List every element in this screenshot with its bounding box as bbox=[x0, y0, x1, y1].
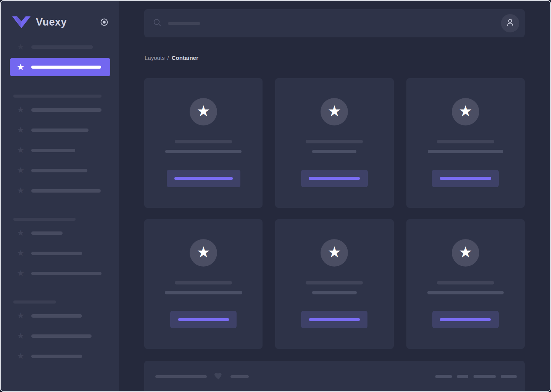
star-icon: ★ bbox=[16, 146, 25, 155]
sidebar-item[interactable]: ★ bbox=[1, 331, 119, 341]
star-avatar: ★ bbox=[190, 239, 217, 267]
card-text-placeholder bbox=[165, 291, 242, 294]
card-action-button[interactable] bbox=[301, 170, 368, 187]
star-icon: ★ bbox=[16, 166, 25, 175]
star-icon: ★ bbox=[197, 103, 210, 119]
card-text-placeholder bbox=[312, 291, 357, 294]
menu-item-label-placeholder bbox=[31, 149, 75, 152]
sidebar-menu: ★★★★★★★★★★★★★ bbox=[1, 42, 119, 361]
menu-item-label-placeholder bbox=[31, 189, 101, 193]
sidebar-item[interactable]: ★ bbox=[1, 269, 119, 278]
button-label-placeholder bbox=[309, 318, 360, 321]
sidebar-item[interactable]: ★ bbox=[1, 105, 119, 114]
card-title-placeholder bbox=[306, 140, 363, 143]
star-icon: ★ bbox=[16, 228, 25, 238]
star-icon: ★ bbox=[328, 103, 342, 119]
sidebar-item[interactable]: ★ bbox=[1, 352, 119, 361]
star-avatar: ★ bbox=[452, 239, 479, 267]
star-icon: ★ bbox=[16, 125, 25, 135]
menu-item-label-placeholder bbox=[31, 314, 82, 318]
footer-text-placeholder bbox=[155, 375, 207, 378]
star-avatar: ★ bbox=[452, 98, 479, 125]
star-icon: ★ bbox=[459, 244, 472, 260]
sidebar-item[interactable]: ★ bbox=[1, 42, 119, 51]
person-icon bbox=[505, 18, 515, 29]
card-title-placeholder bbox=[306, 281, 363, 284]
menu-item-label-placeholder bbox=[31, 45, 93, 49]
star-icon: ★ bbox=[16, 249, 25, 258]
card-action-button[interactable] bbox=[432, 170, 499, 187]
button-label-placeholder bbox=[178, 318, 229, 321]
feature-card: ★ bbox=[144, 219, 263, 349]
feature-card: ★ bbox=[406, 219, 525, 349]
feature-card: ★ bbox=[144, 78, 263, 208]
button-label-placeholder bbox=[440, 318, 491, 321]
feature-card: ★ bbox=[406, 78, 525, 208]
search-placeholder bbox=[168, 22, 200, 25]
footer-link-placeholder bbox=[474, 375, 496, 378]
breadcrumb-parent[interactable]: Layouts bbox=[145, 55, 165, 61]
sidebar: Vuexy ★★★★★★★★★★★★★ bbox=[1, 1, 119, 391]
star-icon: ★ bbox=[16, 63, 25, 72]
card-action-button[interactable] bbox=[167, 170, 240, 187]
footer-text-placeholder bbox=[230, 375, 249, 378]
footer-link-placeholder bbox=[435, 375, 452, 378]
card-action-button[interactable] bbox=[170, 311, 237, 328]
sidebar-item[interactable]: ★ bbox=[1, 166, 119, 175]
search-icon bbox=[153, 18, 162, 29]
menu-item-label-placeholder bbox=[31, 355, 82, 358]
sidebar-item[interactable]: ★ bbox=[1, 249, 119, 258]
sidebar-item[interactable]: ★ bbox=[1, 186, 119, 195]
card-text-placeholder bbox=[428, 150, 503, 153]
breadcrumb-separator: / bbox=[168, 55, 169, 61]
sidebar-item-active[interactable]: ★ bbox=[10, 58, 110, 76]
star-avatar: ★ bbox=[190, 98, 217, 125]
heart-icon bbox=[214, 371, 224, 382]
star-icon: ★ bbox=[16, 269, 25, 278]
star-icon: ★ bbox=[16, 352, 25, 361]
star-icon: ★ bbox=[16, 331, 25, 341]
vuexy-logo-icon[interactable] bbox=[12, 16, 31, 28]
sidebar-item[interactable]: ★ bbox=[1, 125, 119, 135]
sidebar-pin-toggle-icon[interactable] bbox=[100, 18, 109, 27]
star-avatar: ★ bbox=[321, 98, 348, 125]
menu-section-header-placeholder bbox=[13, 300, 56, 304]
card-title-placeholder bbox=[437, 281, 494, 284]
main-content: Layouts / Container ★★★★★★ bbox=[119, 1, 550, 391]
card-text-placeholder bbox=[165, 150, 242, 153]
star-icon: ★ bbox=[16, 42, 25, 51]
footer-left bbox=[155, 371, 249, 381]
sidebar-header: Vuexy bbox=[12, 13, 109, 31]
card-title-placeholder bbox=[175, 140, 232, 143]
card-grid: ★★★★★★ bbox=[144, 78, 525, 349]
footer-link-placeholder bbox=[501, 375, 517, 378]
feature-card: ★ bbox=[275, 78, 393, 208]
star-icon: ★ bbox=[328, 244, 342, 260]
button-label-placeholder bbox=[440, 177, 491, 180]
card-text-placeholder bbox=[427, 291, 504, 294]
menu-section-header-placeholder bbox=[13, 95, 102, 98]
user-avatar[interactable] bbox=[501, 14, 519, 32]
app-title: Vuexy bbox=[36, 16, 67, 28]
card-action-button[interactable] bbox=[432, 311, 499, 328]
menu-item-label-placeholder bbox=[31, 129, 89, 132]
sidebar-item[interactable]: ★ bbox=[1, 146, 119, 155]
card-title-placeholder bbox=[437, 140, 494, 143]
app-window: Vuexy ★★★★★★★★★★★★★ bbox=[0, 0, 551, 392]
menu-item-label-placeholder bbox=[31, 272, 102, 275]
star-avatar: ★ bbox=[321, 239, 348, 267]
menu-item-label-placeholder bbox=[31, 252, 82, 255]
star-icon: ★ bbox=[16, 105, 25, 114]
button-label-placeholder bbox=[309, 177, 360, 180]
menu-section-header-placeholder bbox=[13, 218, 76, 221]
star-icon: ★ bbox=[459, 103, 472, 119]
footer-link-placeholder bbox=[457, 375, 468, 378]
sidebar-item[interactable]: ★ bbox=[1, 228, 119, 238]
sidebar-item[interactable]: ★ bbox=[1, 311, 119, 320]
search-input[interactable] bbox=[153, 18, 501, 29]
footer-links bbox=[435, 371, 517, 381]
menu-item-label-placeholder bbox=[31, 334, 92, 338]
card-title-placeholder bbox=[175, 281, 232, 284]
star-icon: ★ bbox=[16, 311, 25, 320]
card-action-button[interactable] bbox=[301, 311, 367, 328]
